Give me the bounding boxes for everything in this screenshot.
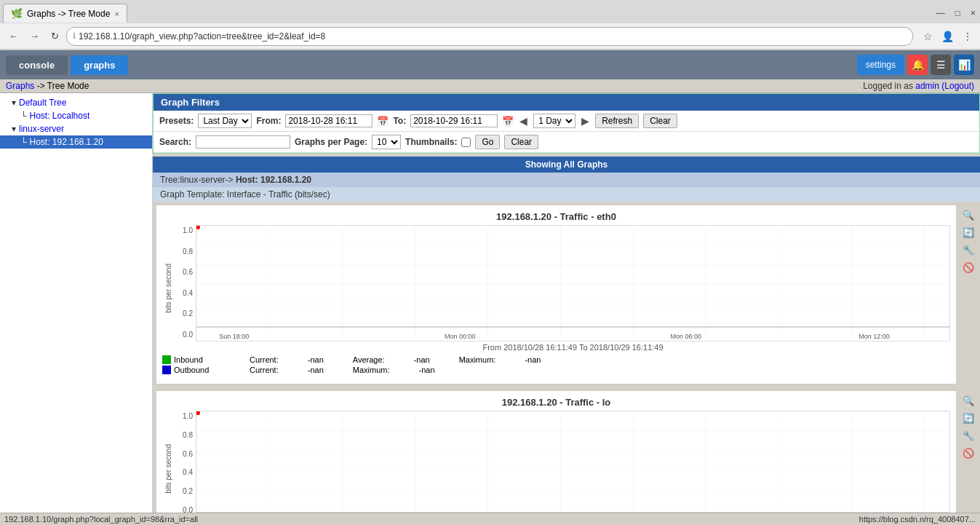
browser-chrome: 🌿 Graphs -> Tree Mode × — □ × ← → ↻ ℹ 19… (0, 0, 980, 50)
inbound-label: Inbound (174, 355, 203, 364)
maximize-btn[interactable]: □ (951, 7, 965, 20)
logout-link[interactable]: (Logout) (941, 81, 974, 91)
address-text: 192.168.1.10/graph_view.php?action=tree&… (79, 31, 325, 42)
y-tick-06-2: 0.6 (183, 450, 193, 458)
address-bar[interactable]: ℹ 192.168.1.10/graph_view.php?action=tre… (66, 27, 913, 46)
breadcrumb: Graphs -> Tree Mode (6, 81, 89, 91)
to-calendar-icon[interactable]: 📅 (502, 116, 514, 127)
bookmark-btn[interactable]: ☆ (920, 29, 936, 44)
presets-label: Presets: (159, 116, 194, 126)
status-watermark: https://blog.csdn.n/rq_4008407... (859, 515, 976, 524)
graph-zoom-icon-1[interactable]: 🔍 (961, 208, 976, 222)
presets-select[interactable]: Last Day (198, 114, 252, 128)
outbound-maximum-value: -nan (419, 366, 435, 374)
refresh-btn[interactable]: Refresh (595, 114, 639, 128)
y-axis-label-2: bits per second (164, 444, 172, 494)
clear2-btn[interactable]: Clear (504, 135, 538, 149)
host-value: 192.168.1.20 (260, 175, 311, 185)
go-btn[interactable]: Go (475, 135, 500, 149)
lock-icon: ℹ (73, 31, 76, 41)
list-btn[interactable]: ☰ (931, 55, 951, 75)
to-label: To: (393, 116, 406, 126)
tab-close-btn[interactable]: × (114, 9, 119, 18)
graphs-tab[interactable]: graphs (71, 55, 128, 75)
login-text: Logged in as (863, 81, 913, 91)
graph-section-1: 192.168.1.20 - Traffic - eth0 bits per s… (153, 202, 980, 387)
to-input[interactable] (410, 114, 498, 127)
svg-text:Mon 12:00: Mon 12:00 (859, 333, 890, 340)
person-btn[interactable]: 👤 (939, 29, 957, 44)
period-select[interactable]: 1 Day (533, 114, 575, 128)
menu-btn[interactable]: ⋮ (960, 29, 976, 44)
graph-delete-icon-2[interactable]: 🚫 (961, 446, 976, 460)
graph-icons-1: 🔍 🔄 🔧 🚫 (960, 205, 977, 384)
window-controls: — □ × (932, 7, 980, 20)
linux-server-link[interactable]: linux-server (19, 124, 64, 134)
forward-btn[interactable]: → (25, 28, 44, 44)
host-selected-indent: └ (20, 137, 27, 147)
host-192-link[interactable]: Host: 192.168.1.20 (30, 137, 103, 147)
period-prev-btn[interactable]: ◀ (518, 115, 529, 127)
y-tick-max-2: 1.0 (183, 412, 193, 420)
outbound-label: Outbound (174, 366, 209, 374)
graph-wrench-icon-1[interactable]: 🔧 (961, 242, 976, 257)
alert-btn[interactable]: 🔔 (907, 55, 928, 75)
console-tab[interactable]: console (6, 55, 68, 75)
back-btn[interactable]: ← (4, 28, 23, 44)
app-header: console graphs settings 🔔 ☰ 📊 (0, 50, 980, 79)
legend-item-outbound: Outbound Current: -nan Maximum: -nan (162, 365, 950, 375)
host-label: Host: (236, 175, 258, 185)
graph-delete-icon-1[interactable]: 🚫 (961, 260, 976, 275)
sidebar-item-localhost[interactable]: └ Host: Localhost (0, 109, 152, 122)
thumbnails-label: Thumbnails: (405, 137, 457, 147)
filter-row-2: Search: Graphs per Page: 10 Thumbnails: … (154, 132, 979, 153)
graph-refresh-icon-2[interactable]: 🔄 (961, 411, 976, 425)
graph-box-2: 192.168.1.20 - Traffic - lo bits per sec… (156, 390, 957, 525)
thumbnails-checkbox[interactable] (461, 138, 471, 147)
graph-filters-header: Graph Filters (154, 94, 979, 111)
graphs-per-page-select[interactable]: 10 (372, 135, 401, 149)
y-tick-00-1: 0.0 (183, 331, 193, 339)
graph-svg-2: Sun 18:00 Mon 00:00 Mon 06:00 Mon 12:00 (196, 411, 950, 525)
sidebar-item-host-selected[interactable]: └ Host: 192.168.1.20 (0, 135, 152, 149)
y-axis-label-1: bits per second (164, 264, 172, 313)
period-next-btn[interactable]: ▶ (580, 115, 591, 127)
sidebar-item-default-tree[interactable]: ▾ Default Tree (0, 96, 152, 109)
filter-row-1: Presets: Last Day From: 📅 To: 📅 ◀ 1 Day … (154, 111, 979, 132)
graph-filters-title: Graph Filters (161, 97, 220, 108)
from-input[interactable] (285, 114, 373, 127)
chart-btn[interactable]: 📊 (954, 55, 974, 75)
inbound-current-label: Current: (250, 355, 279, 364)
localhost-link[interactable]: Host: Localhost (30, 111, 90, 121)
inbound-average-label: Average: (353, 355, 385, 364)
y-tick-04-1: 0.4 (183, 289, 193, 297)
from-calendar-icon[interactable]: 📅 (377, 116, 389, 127)
graph-refresh-icon-1[interactable]: 🔄 (961, 225, 976, 240)
reload-btn[interactable]: ↻ (47, 28, 63, 44)
linux-expand-icon: ▾ (12, 124, 16, 134)
y-tick-04-2: 0.4 (183, 468, 193, 476)
svg-text:Mon 00:00: Mon 00:00 (445, 333, 476, 340)
content-area: Graph Filters Presets: Last Day From: 📅 … (153, 93, 980, 525)
graphs-per-page-label: Graphs per Page: (295, 137, 367, 147)
svg-rect-0 (196, 226, 949, 341)
status-url: 192.168.1.10/graph.php?local_graph_id=98… (4, 515, 198, 524)
svg-text:Sun 18:00: Sun 18:00 (219, 333, 249, 340)
browser-tab[interactable]: 🌿 Graphs -> Tree Mode × (3, 4, 127, 23)
tab-title: Graphs -> Tree Mode (27, 9, 110, 19)
graph-title-2: 192.168.1.20 - Traffic - lo (162, 397, 950, 408)
username-link[interactable]: admin (915, 81, 939, 91)
search-input[interactable] (196, 135, 290, 149)
search-label: Search: (159, 137, 191, 147)
graph-zoom-icon-2[interactable]: 🔍 (961, 393, 976, 408)
sidebar-item-linux-server[interactable]: ▾ linux-server (0, 122, 152, 135)
graph-template-label: Graph Template: (160, 189, 225, 200)
graph-wrench-icon-2[interactable]: 🔧 (961, 428, 976, 443)
settings-btn[interactable]: settings (857, 55, 904, 75)
graph-svg-1: Sun 18:00 Mon 00:00 Mon 06:00 Mon 12:00 (196, 225, 950, 342)
minimize-btn[interactable]: — (932, 7, 949, 20)
default-tree-link[interactable]: Default Tree (19, 98, 66, 108)
clear-btn[interactable]: Clear (643, 114, 677, 128)
close-btn[interactable]: × (966, 7, 980, 20)
graphs-breadcrumb-link[interactable]: Graphs (6, 81, 34, 91)
